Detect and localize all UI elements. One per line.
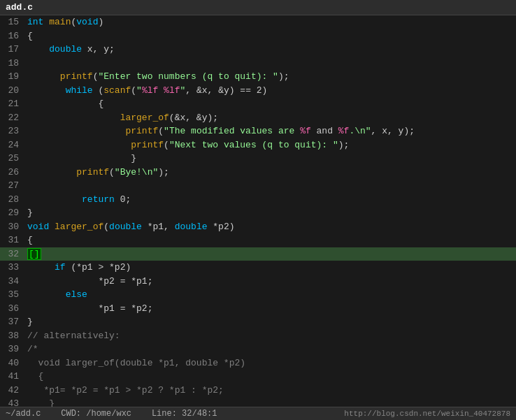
line-content: printf("Next two values (q to quit): ");: [24, 138, 516, 152]
line-number: 40: [0, 356, 24, 370]
table-row: 19 printf("Enter two numbers (q to quit)…: [0, 70, 516, 84]
table-row: 37 }: [0, 315, 516, 329]
table-row: 43 }: [0, 397, 516, 407]
editor-container: add.c 15 int main(void) 16 { 17 double x…: [0, 0, 516, 420]
line-content: *p2 = *p1;: [24, 275, 516, 289]
line-number: 28: [0, 193, 24, 207]
file-title: add.c: [6, 2, 33, 13]
line-number: 17: [0, 43, 24, 57]
line-number: 24: [0, 138, 24, 152]
line-content: int main(void): [24, 15, 516, 29]
table-row: 18: [0, 57, 516, 71]
line-number: 26: [0, 166, 24, 180]
status-filename-text: ~/add.c: [6, 409, 41, 419]
line-number: 31: [0, 233, 24, 247]
table-row: 20 while (scanf("%lf %lf", &x, &y) == 2): [0, 84, 516, 98]
line-content: void larger_of(double *p1, double *p2): [24, 220, 516, 234]
table-row: 27: [0, 179, 516, 193]
table-row: 35 else: [0, 288, 516, 302]
line-number: 16: [0, 29, 24, 43]
line-content: void larger_of(double *p1, double *p2): [24, 356, 516, 370]
line-content: /*: [24, 342, 516, 356]
line-content: [24, 57, 516, 71]
table-row: 41 {: [0, 370, 516, 384]
status-bar: ~/add.c CWD: /home/wxc Line: 32/48:1 htt…: [0, 407, 516, 420]
table-row: 28 return 0;: [0, 193, 516, 207]
line-content: else: [24, 288, 516, 302]
line-content: printf("The modified values are %f and %…: [24, 124, 516, 138]
code-area[interactable]: 15 int main(void) 16 { 17 double x, y; 1…: [0, 15, 516, 407]
line-content: {: [24, 97, 516, 111]
line-number: 30: [0, 220, 24, 234]
table-row: 26 printf("Bye!\n");: [0, 166, 516, 180]
table-row: 34 *p2 = *p1;: [0, 275, 516, 289]
line-number: 43: [0, 397, 24, 407]
table-row: 30 void larger_of(double *p1, double *p2…: [0, 220, 516, 234]
line-number: 34: [0, 275, 24, 289]
line-number: 33: [0, 261, 24, 275]
table-row: 29 }: [0, 206, 516, 220]
status-url: http://blog.csdn.net/weixin_40472878: [344, 410, 510, 418]
table-row: 42 *p1= *p2 = *p1 > *p2 ? *p1 : *p2;: [0, 384, 516, 398]
line-content: }: [24, 206, 516, 220]
line-content: }: [24, 152, 516, 166]
line-number: 15: [0, 15, 24, 29]
line-content: {: [24, 233, 516, 247]
table-row: 23 printf("The modified values are %f an…: [0, 124, 516, 138]
line-number: 38: [0, 329, 24, 343]
line-content: double x, y;: [24, 43, 516, 57]
line-content: printf("Enter two numbers (q to quit): "…: [24, 70, 516, 84]
line-content: {: [24, 370, 516, 384]
line-content: return 0;: [24, 193, 516, 207]
table-row: 17 double x, y;: [0, 43, 516, 57]
line-number: 27: [0, 179, 24, 193]
line-number: 22: [0, 111, 24, 125]
line-number: 42: [0, 384, 24, 398]
line-number: 36: [0, 302, 24, 316]
table-row: 16 {: [0, 29, 516, 43]
line-number: 19: [0, 70, 24, 84]
table-row: 24 printf("Next two values (q to quit): …: [0, 138, 516, 152]
table-row: 31 {: [0, 233, 516, 247]
status-cwd: CWD: /home/wxc: [61, 409, 131, 419]
table-row: 36 *p1 = *p2;: [0, 302, 516, 316]
table-row: 15 int main(void): [0, 15, 516, 29]
table-row: 21 {: [0, 97, 516, 111]
line-number: 37: [0, 315, 24, 329]
status-filename: ~/add.c CWD: /home/wxc Line: 32/48:1: [6, 409, 344, 419]
line-number: 32: [0, 247, 24, 261]
line-number: 23: [0, 124, 24, 138]
line-content: *p1= *p2 = *p1 > *p2 ? *p1 : *p2;: [24, 384, 516, 398]
line-number: 39: [0, 342, 24, 356]
line-content: [24, 179, 516, 193]
line-number: 25: [0, 152, 24, 166]
table-row: 33 if (*p1 > *p2): [0, 261, 516, 275]
line-number: 18: [0, 57, 24, 71]
title-bar: add.c: [0, 0, 516, 15]
table-row: 22 larger_of(&x, &y);: [0, 111, 516, 125]
line-number: 21: [0, 97, 24, 111]
table-row: 39 /*: [0, 342, 516, 356]
line-content: *p1 = *p2;: [24, 302, 516, 316]
code-table: 15 int main(void) 16 { 17 double x, y; 1…: [0, 15, 516, 407]
line-number: 29: [0, 206, 24, 220]
table-row: 40 void larger_of(double *p1, double *p2…: [0, 356, 516, 370]
line-content: {: [24, 29, 516, 43]
table-row: 32 []: [0, 247, 516, 261]
line-content: larger_of(&x, &y);: [24, 111, 516, 125]
line-content: []: [24, 247, 516, 261]
line-number: 41: [0, 370, 24, 384]
line-content: }: [24, 397, 516, 407]
line-number: 20: [0, 84, 24, 98]
status-line: Line: 32/48:1: [152, 409, 217, 419]
line-content: if (*p1 > *p2): [24, 261, 516, 275]
table-row: 38 // alternatively:: [0, 329, 516, 343]
line-content: printf("Bye!\n");: [24, 166, 516, 180]
line-content: while (scanf("%lf %lf", &x, &y) == 2): [24, 84, 516, 98]
line-content: // alternatively:: [24, 329, 516, 343]
table-row: 25 }: [0, 152, 516, 166]
line-content: }: [24, 315, 516, 329]
line-number: 35: [0, 288, 24, 302]
